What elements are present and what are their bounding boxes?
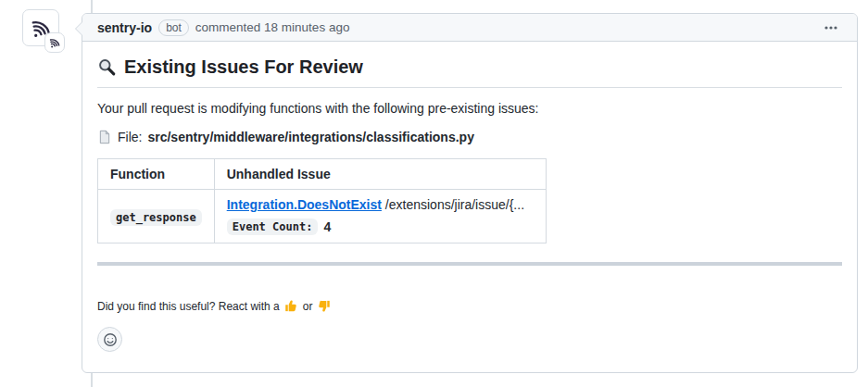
comment-timestamp[interactable]: commented 18 minutes ago bbox=[195, 20, 350, 34]
feedback-prompt-text: Did you find this useful? React with a bbox=[97, 300, 280, 313]
event-count-value: 4 bbox=[323, 219, 331, 234]
feedback-prompt: Did you find this useful? React with a o… bbox=[97, 299, 842, 313]
page-facing-up-emoji bbox=[97, 130, 112, 144]
issue-link[interactable]: Integration.DoesNotExist bbox=[227, 197, 382, 212]
comment-body: Existing Issues For Review Your pull req… bbox=[82, 42, 857, 367]
issue-location: /extensions/jira/issue/{... bbox=[385, 197, 524, 212]
file-line: File: src/sentry/middleware/integrations… bbox=[97, 130, 842, 144]
section-title-text: Existing Issues For Review bbox=[124, 56, 363, 78]
magnifying-glass-emoji bbox=[97, 57, 117, 77]
add-reaction-button[interactable] bbox=[97, 327, 122, 352]
event-count-line: Event Count: 4 bbox=[227, 218, 534, 235]
file-path: src/sentry/middleware/integrations/class… bbox=[147, 130, 473, 144]
bot-badge: bot bbox=[158, 19, 189, 36]
thumbs-down-emoji bbox=[317, 299, 331, 313]
feedback-prompt-or: or bbox=[303, 300, 313, 313]
bot-avatar-badge bbox=[44, 32, 65, 53]
column-header-function: Function bbox=[98, 159, 215, 190]
sentry-logo-icon bbox=[48, 36, 61, 49]
divider bbox=[97, 262, 842, 266]
issue-cell: Integration.DoesNotExist /extensions/jir… bbox=[214, 190, 546, 243]
function-name: get_response bbox=[110, 209, 202, 226]
file-label: File: bbox=[118, 130, 142, 144]
kebab-horizontal-icon bbox=[824, 20, 838, 35]
function-cell: get_response bbox=[98, 190, 215, 243]
event-count-label: Event Count: bbox=[227, 218, 319, 235]
avatar[interactable] bbox=[22, 9, 59, 46]
smiley-icon bbox=[103, 332, 118, 347]
section-title: Existing Issues For Review bbox=[97, 56, 842, 88]
table-row: get_response Integration.DoesNotExist /e… bbox=[98, 190, 547, 243]
thumbs-up-emoji bbox=[284, 299, 298, 313]
bot-comment: sentry-io bot commented 18 minutes ago bbox=[82, 13, 858, 373]
comment-header: sentry-io bot commented 18 minutes ago bbox=[82, 14, 857, 42]
comment-caret bbox=[76, 21, 83, 36]
table-header-row: Function Unhandled Issue bbox=[98, 159, 547, 190]
issues-table: Function Unhandled Issue get_response In… bbox=[97, 158, 547, 243]
column-header-unhandled-issue: Unhandled Issue bbox=[214, 159, 546, 190]
intro-text: Your pull request is modifying functions… bbox=[97, 101, 842, 116]
author-link[interactable]: sentry-io bbox=[97, 20, 152, 35]
pr-conversation-timeline: sentry-io bot commented 18 minutes ago bbox=[0, 0, 868, 387]
comment-options-button[interactable] bbox=[820, 19, 842, 37]
issue-line: Integration.DoesNotExist /extensions/jir… bbox=[227, 197, 534, 212]
